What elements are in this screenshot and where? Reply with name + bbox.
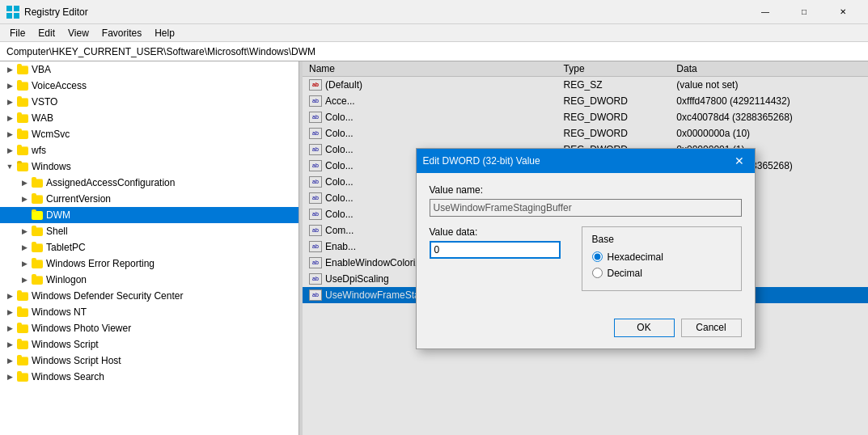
tree-label-winlogon: Winlogon [46,274,87,285]
tree-arrow-windowssearch [3,370,16,383]
folder-icon-wab [16,112,29,125]
tree-label-wab: WAB [32,112,53,124]
tree-label-voiceaccess: VoiceAccess [32,80,87,91]
main-content: VBA VoiceAccess VSTO WAB WcmSvc wfs [0,61,868,435]
menu-help[interactable]: Help [148,26,181,40]
tree-arrow-windowsscript [3,338,16,351]
tree-item-wab[interactable]: WAB [0,110,299,126]
menu-edit[interactable]: Edit [32,26,61,40]
folder-icon-tabletpc [31,241,44,254]
tree-label-wfs: wfs [32,145,46,156]
tree-label-windowsdefender: Windows Defender Security Center [32,290,183,302]
tree-label-shell: Shell [46,226,68,237]
folder-icon-voiceaccess [16,79,29,92]
dialog-footer: OK Cancel [417,312,755,348]
ok-button[interactable]: OK [614,319,675,337]
folder-icon-vsto [16,95,29,108]
tree-label-windowsscript: Windows Script [32,339,99,350]
tree-arrow-wer [18,257,31,270]
value-data-group: Value data: [430,226,569,291]
tree-label-windowsnt: Windows NT [32,306,87,318]
tree-item-dwm[interactable]: DWM [0,207,299,223]
folder-icon-wfs [16,144,29,157]
folder-icon-windowsscripthost [16,354,29,367]
dialog-row: Value data: Base Hexadecimal Deci [430,226,742,291]
value-data-label: Value data: [430,226,569,238]
tree-item-winlogon[interactable]: Winlogon [0,272,299,288]
tree-arrow-windowsscripthost [3,354,16,367]
dialog-body: Value name: Value data: Base Hexadecimal [417,173,755,312]
folder-icon-wer [31,257,44,270]
tree-item-voiceaccess[interactable]: VoiceAccess [0,78,299,94]
tree-item-windowsphotoviewer[interactable]: Windows Photo Viewer [0,320,299,336]
tree-item-windowsscript[interactable]: Windows Script [0,336,299,353]
tree-item-windowsnt[interactable]: Windows NT [0,304,299,320]
cancel-button[interactable]: Cancel [681,319,742,337]
close-button[interactable]: ✕ [824,0,862,24]
folder-icon-windows [16,160,29,173]
tree-item-wfs[interactable]: wfs [0,142,299,158]
right-panel: Name Type Data ab (Default) REG_SZ (valu… [303,61,868,435]
folder-icon-windowsdefender [16,289,29,302]
tree-label-vba: VBA [32,64,51,75]
tree-arrow-assignedaccess [18,176,31,189]
dialog-close-button[interactable]: ✕ [730,152,748,170]
tree-label-windowsscripthost: Windows Script Host [32,355,121,366]
menu-favorites[interactable]: Favorites [95,26,148,40]
radio-hex-input[interactable] [592,251,603,262]
menu-file[interactable]: File [3,26,32,40]
tree-arrow-windows [3,160,16,173]
maximize-button[interactable]: □ [785,0,823,24]
folder-icon-currentversion [31,192,44,205]
value-name-label: Value name: [430,184,742,196]
svg-rect-0 [6,6,12,11]
tree-item-currentversion[interactable]: CurrentVersion [0,191,299,207]
minimize-button[interactable]: — [747,0,784,24]
tree-item-shell[interactable]: Shell [0,223,299,239]
tree-label-assignedaccess: AssignedAccessConfiguration [46,177,175,188]
tree-arrow-tabletpc [18,241,31,254]
tree-arrow-winlogon [18,273,31,286]
edit-dword-dialog: Edit DWORD (32-bit) Value ✕ Value name: … [416,148,756,349]
base-group: Base Hexadecimal Decimal [582,226,742,291]
radio-hexadecimal[interactable]: Hexadecimal [592,251,731,263]
folder-icon-windowsscript [16,338,29,351]
radio-dec-label: Decimal [608,268,642,279]
tree-item-windows[interactable]: Windows [0,158,299,175]
value-name-input[interactable] [430,199,742,217]
tree-item-windowserrorreporting[interactable]: Windows Error Reporting [0,256,299,272]
tree-item-vba[interactable]: VBA [0,61,299,78]
value-data-input[interactable] [430,241,561,259]
tree-arrow-wab [3,112,16,125]
tree-label-windows: Windows [32,161,71,172]
tree-label-windowsphotoviewer: Windows Photo Viewer [32,323,131,334]
tree-item-windowsdefender[interactable]: Windows Defender Security Center [0,288,299,304]
tree-arrow-vba [3,63,16,76]
tree-item-tabletpc[interactable]: TabletPC [0,239,299,256]
tree-label-tabletpc: TabletPC [46,242,86,253]
menu-view[interactable]: View [61,26,95,40]
title-bar: Registry Editor — □ ✕ [0,0,868,24]
tree-label-windowssearch: Windows Search [32,371,104,382]
tree-label-vsto: VSTO [32,96,57,108]
tree-item-vsto[interactable]: VSTO [0,94,299,110]
tree-label-wer: Windows Error Reporting [46,258,155,269]
tree-item-assignedaccess[interactable]: AssignedAccessConfiguration [0,175,299,191]
tree-item-windowsscripthost[interactable]: Windows Script Host [0,353,299,369]
dialog-titlebar: Edit DWORD (32-bit) Value ✕ [417,149,755,173]
tree-arrow-windowsdefender [3,289,16,302]
window-title: Registry Editor [24,6,747,18]
tree-item-windowssearch[interactable]: Windows Search [0,369,299,385]
tree-item-wcmsvc[interactable]: WcmSvc [0,126,299,142]
tree-arrow-wcmsvc [3,128,16,141]
svg-rect-2 [6,13,12,19]
radio-dec-input[interactable] [592,268,603,278]
radio-decimal[interactable]: Decimal [592,268,731,279]
window-controls: — □ ✕ [747,0,862,24]
menu-bar: File Edit View Favorites Help [0,24,868,42]
tree-arrow-shell [18,225,31,238]
folder-icon-wcmsvc [16,128,29,141]
folder-icon-windowsphotoviewer [16,322,29,335]
tree-arrow-currentversion [18,192,31,205]
tree-arrow-voiceaccess [3,79,16,92]
